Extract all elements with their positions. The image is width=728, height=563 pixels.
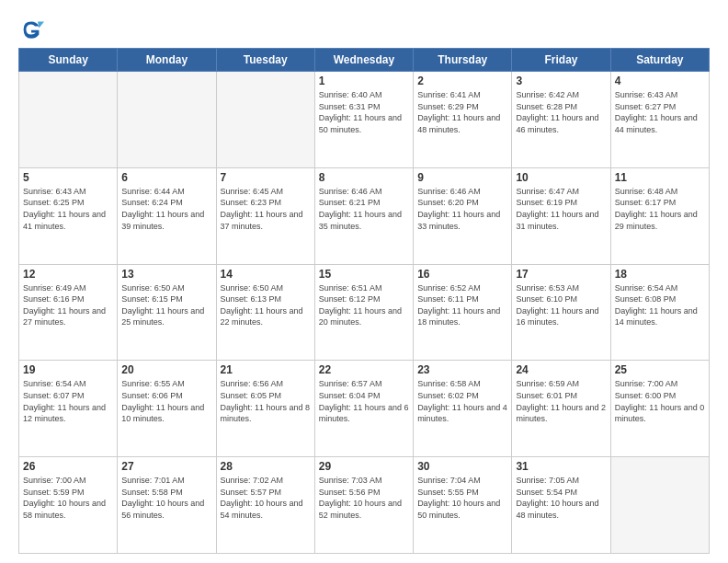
calendar-week-row: 5Sunrise: 6:43 AMSunset: 6:25 PMDaylight… [19, 167, 710, 264]
day-info: Sunrise: 6:43 AMSunset: 6:25 PMDaylight:… [23, 186, 113, 232]
day-number: 25 [615, 363, 705, 376]
calendar-day-cell: 14Sunrise: 6:50 AMSunset: 6:13 PMDayligh… [216, 264, 314, 361]
weekday-header: Friday [512, 49, 610, 72]
calendar-day-cell: 12Sunrise: 6:49 AMSunset: 6:16 PMDayligh… [19, 264, 118, 361]
calendar-table: SundayMondayTuesdayWednesdayThursdayFrid… [18, 48, 710, 554]
day-number: 15 [319, 268, 409, 281]
day-info: Sunrise: 7:01 AMSunset: 5:58 PMDaylight:… [121, 475, 211, 521]
calendar-day-cell: 3Sunrise: 6:42 AMSunset: 6:28 PMDaylight… [512, 72, 610, 168]
day-number: 12 [23, 268, 113, 281]
calendar-day-cell: 8Sunrise: 6:46 AMSunset: 6:21 PMDaylight… [314, 167, 413, 264]
day-number: 23 [417, 363, 507, 376]
day-number: 14 [221, 268, 311, 281]
day-info: Sunrise: 7:02 AMSunset: 5:57 PMDaylight:… [221, 475, 311, 521]
day-info: Sunrise: 7:04 AMSunset: 5:55 PMDaylight:… [417, 475, 507, 521]
day-number: 31 [516, 460, 606, 473]
calendar-day-cell: 15Sunrise: 6:51 AMSunset: 6:12 PMDayligh… [314, 264, 413, 361]
day-info: Sunrise: 6:51 AMSunset: 6:12 PMDaylight:… [319, 282, 409, 328]
logo [18, 17, 48, 42]
calendar-day-cell: 21Sunrise: 6:56 AMSunset: 6:05 PMDayligh… [216, 361, 314, 457]
day-number: 6 [121, 171, 211, 184]
calendar-day-cell [19, 72, 118, 168]
day-number: 3 [516, 75, 606, 87]
day-info: Sunrise: 6:56 AMSunset: 6:05 PMDaylight:… [221, 378, 311, 424]
day-info: Sunrise: 6:49 AMSunset: 6:16 PMDaylight:… [23, 282, 113, 328]
calendar-day-cell: 13Sunrise: 6:50 AMSunset: 6:15 PMDayligh… [118, 264, 216, 361]
top-bar [18, 17, 710, 42]
calendar-week-row: 1Sunrise: 6:40 AMSunset: 6:31 PMDaylight… [19, 72, 710, 168]
weekday-header: Sunday [19, 49, 118, 72]
logo-icon [18, 17, 44, 42]
day-info: Sunrise: 6:54 AMSunset: 6:07 PMDaylight:… [23, 378, 113, 424]
calendar-day-cell: 4Sunrise: 6:43 AMSunset: 6:27 PMDaylight… [610, 72, 709, 168]
day-info: Sunrise: 7:00 AMSunset: 5:59 PMDaylight:… [23, 475, 113, 521]
day-number: 28 [221, 460, 311, 473]
day-info: Sunrise: 6:43 AMSunset: 6:27 PMDaylight:… [615, 89, 705, 135]
calendar-day-cell: 18Sunrise: 6:54 AMSunset: 6:08 PMDayligh… [610, 264, 709, 361]
weekday-header: Monday [118, 49, 216, 72]
day-info: Sunrise: 6:40 AMSunset: 6:31 PMDaylight:… [319, 89, 409, 135]
calendar-day-cell: 30Sunrise: 7:04 AMSunset: 5:55 PMDayligh… [414, 457, 512, 554]
day-number: 1 [319, 75, 409, 87]
day-number: 16 [417, 268, 507, 281]
day-number: 20 [121, 363, 211, 376]
day-number: 2 [417, 75, 507, 87]
calendar-day-cell: 23Sunrise: 6:58 AMSunset: 6:02 PMDayligh… [414, 361, 512, 457]
weekday-header: Thursday [414, 49, 512, 72]
day-info: Sunrise: 6:46 AMSunset: 6:20 PMDaylight:… [417, 186, 507, 232]
calendar-day-cell: 28Sunrise: 7:02 AMSunset: 5:57 PMDayligh… [216, 457, 314, 554]
day-number: 9 [417, 171, 507, 184]
day-info: Sunrise: 6:58 AMSunset: 6:02 PMDaylight:… [417, 378, 507, 424]
calendar-day-cell: 5Sunrise: 6:43 AMSunset: 6:25 PMDaylight… [19, 167, 118, 264]
day-info: Sunrise: 6:41 AMSunset: 6:29 PMDaylight:… [417, 89, 507, 135]
calendar-day-cell: 16Sunrise: 6:52 AMSunset: 6:11 PMDayligh… [414, 264, 512, 361]
day-info: Sunrise: 6:54 AMSunset: 6:08 PMDaylight:… [615, 282, 705, 328]
day-info: Sunrise: 7:03 AMSunset: 5:56 PMDaylight:… [319, 475, 409, 521]
day-info: Sunrise: 6:59 AMSunset: 6:01 PMDaylight:… [516, 378, 606, 424]
calendar-day-cell: 19Sunrise: 6:54 AMSunset: 6:07 PMDayligh… [19, 361, 118, 457]
calendar-day-cell: 29Sunrise: 7:03 AMSunset: 5:56 PMDayligh… [314, 457, 413, 554]
calendar-day-cell: 24Sunrise: 6:59 AMSunset: 6:01 PMDayligh… [512, 361, 610, 457]
day-number: 29 [319, 460, 409, 473]
calendar-day-cell: 6Sunrise: 6:44 AMSunset: 6:24 PMDaylight… [118, 167, 216, 264]
calendar-day-cell: 1Sunrise: 6:40 AMSunset: 6:31 PMDaylight… [314, 72, 413, 168]
day-number: 13 [121, 268, 211, 281]
day-info: Sunrise: 6:46 AMSunset: 6:21 PMDaylight:… [319, 186, 409, 232]
calendar-day-cell: 31Sunrise: 7:05 AMSunset: 5:54 PMDayligh… [512, 457, 610, 554]
calendar-day-cell: 11Sunrise: 6:48 AMSunset: 6:17 PMDayligh… [610, 167, 709, 264]
day-number: 26 [23, 460, 113, 473]
day-info: Sunrise: 6:47 AMSunset: 6:19 PMDaylight:… [516, 186, 606, 232]
day-info: Sunrise: 7:00 AMSunset: 6:00 PMDaylight:… [615, 378, 705, 424]
calendar-day-cell: 20Sunrise: 6:55 AMSunset: 6:06 PMDayligh… [118, 361, 216, 457]
day-number: 21 [221, 363, 311, 376]
day-info: Sunrise: 6:57 AMSunset: 6:04 PMDaylight:… [319, 378, 409, 424]
day-number: 24 [516, 363, 606, 376]
day-number: 8 [319, 171, 409, 184]
weekday-header: Wednesday [314, 49, 413, 72]
calendar-header-row: SundayMondayTuesdayWednesdayThursdayFrid… [19, 49, 710, 72]
day-info: Sunrise: 6:44 AMSunset: 6:24 PMDaylight:… [121, 186, 211, 232]
day-info: Sunrise: 6:50 AMSunset: 6:15 PMDaylight:… [121, 282, 211, 328]
day-number: 5 [23, 171, 113, 184]
calendar-day-cell [118, 72, 216, 168]
calendar-day-cell: 22Sunrise: 6:57 AMSunset: 6:04 PMDayligh… [314, 361, 413, 457]
day-info: Sunrise: 6:55 AMSunset: 6:06 PMDaylight:… [121, 378, 211, 424]
day-number: 17 [516, 268, 606, 281]
calendar-day-cell: 2Sunrise: 6:41 AMSunset: 6:29 PMDaylight… [414, 72, 512, 168]
day-number: 27 [121, 460, 211, 473]
day-info: Sunrise: 7:05 AMSunset: 5:54 PMDaylight:… [516, 475, 606, 521]
day-number: 19 [23, 363, 113, 376]
day-number: 22 [319, 363, 409, 376]
day-info: Sunrise: 6:42 AMSunset: 6:28 PMDaylight:… [516, 89, 606, 135]
day-number: 4 [615, 75, 705, 87]
calendar-day-cell: 27Sunrise: 7:01 AMSunset: 5:58 PMDayligh… [118, 457, 216, 554]
day-number: 7 [221, 171, 311, 184]
calendar-week-row: 26Sunrise: 7:00 AMSunset: 5:59 PMDayligh… [19, 457, 710, 554]
day-info: Sunrise: 6:52 AMSunset: 6:11 PMDaylight:… [417, 282, 507, 328]
calendar-week-row: 19Sunrise: 6:54 AMSunset: 6:07 PMDayligh… [19, 361, 710, 457]
calendar-day-cell: 26Sunrise: 7:00 AMSunset: 5:59 PMDayligh… [19, 457, 118, 554]
day-number: 11 [615, 171, 705, 184]
day-info: Sunrise: 6:53 AMSunset: 6:10 PMDaylight:… [516, 282, 606, 328]
day-info: Sunrise: 6:45 AMSunset: 6:23 PMDaylight:… [221, 186, 311, 232]
calendar-day-cell: 7Sunrise: 6:45 AMSunset: 6:23 PMDaylight… [216, 167, 314, 264]
